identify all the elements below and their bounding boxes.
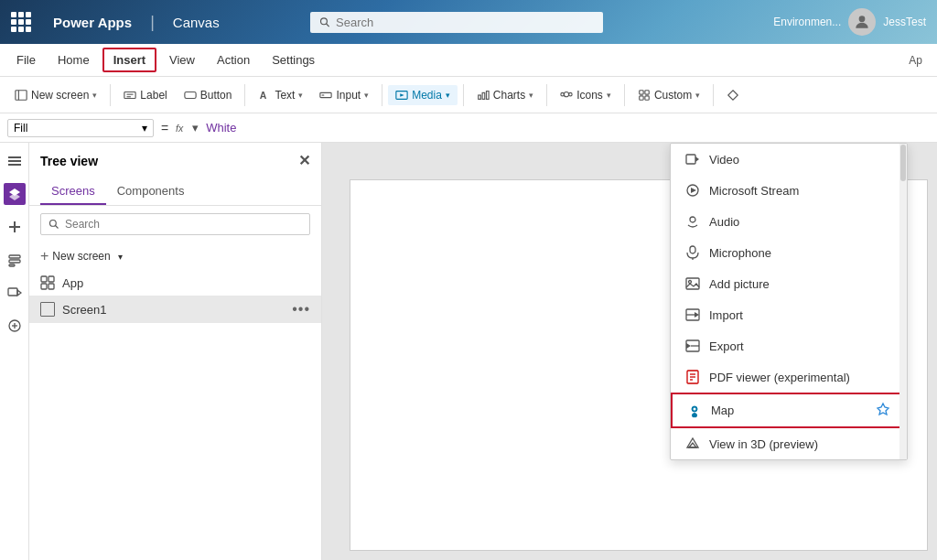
- media-item-3d[interactable]: View in 3D (preview): [671, 428, 907, 459]
- media-button[interactable]: Media ▾: [388, 85, 458, 105]
- svg-rect-27: [8, 164, 21, 166]
- video-icon: [685, 152, 700, 167]
- tree-header: Tree view ✕: [29, 143, 321, 178]
- menu-action[interactable]: Action: [208, 49, 259, 70]
- menu-insert[interactable]: Insert: [102, 48, 156, 72]
- svg-marker-57: [695, 312, 699, 318]
- svg-rect-20: [640, 90, 643, 93]
- media-item-stream[interactable]: Microsoft Stream: [671, 175, 907, 206]
- sidebar-hamburger[interactable]: [4, 150, 26, 172]
- svg-point-18: [561, 92, 565, 96]
- media-item-video[interactable]: Video: [671, 144, 907, 175]
- new-screen-button[interactable]: New screen ▾: [7, 85, 104, 105]
- app-grid-icon[interactable]: [11, 12, 31, 32]
- svg-rect-53: [686, 278, 699, 289]
- tab-components[interactable]: Components: [106, 178, 196, 205]
- text-button[interactable]: A Text ▾: [251, 85, 310, 105]
- tree-item-screen1[interactable]: Screen1 •••: [29, 296, 321, 323]
- media-item-map[interactable]: Map: [671, 393, 907, 428]
- input-icon: [319, 89, 332, 102]
- svg-line-1: [327, 24, 329, 27]
- menu-home[interactable]: Home: [48, 49, 99, 70]
- label-icon: [124, 89, 136, 102]
- dropdown-scrollbar[interactable]: [899, 144, 907, 459]
- user-avatar[interactable]: [848, 8, 876, 36]
- sidebar-icons: [0, 143, 29, 560]
- svg-marker-49: [691, 188, 696, 193]
- import-icon: [685, 307, 700, 322]
- svg-rect-35: [8, 288, 17, 296]
- separator-2: [244, 84, 245, 106]
- media-item-export[interactable]: Export: [671, 330, 907, 361]
- svg-rect-15: [482, 92, 485, 99]
- tree-search-input[interactable]: [65, 218, 302, 231]
- sidebar-variables[interactable]: [4, 315, 26, 337]
- svg-marker-36: [17, 290, 21, 296]
- tree-item-app[interactable]: App: [29, 270, 321, 296]
- property-name: Fill: [14, 122, 27, 135]
- charts-icon: [477, 89, 490, 102]
- media-item-pdf[interactable]: PDF viewer (experimental): [671, 361, 907, 393]
- svg-rect-34: [9, 264, 15, 266]
- menu-settings[interactable]: Settings: [263, 49, 324, 70]
- svg-marker-60: [686, 343, 691, 349]
- svg-point-54: [689, 281, 692, 284]
- app-type: Canvas: [173, 15, 220, 30]
- tree-title: Tree view: [40, 154, 98, 168]
- menu-view[interactable]: View: [160, 49, 204, 70]
- map-premium-icon: [876, 402, 890, 419]
- menu-right-label: Ap: [901, 50, 930, 70]
- tab-screens[interactable]: Screens: [40, 178, 106, 205]
- app-separator: |: [150, 13, 155, 32]
- app-label: App: [62, 276, 83, 290]
- label-button[interactable]: Label: [116, 85, 174, 105]
- button-button[interactable]: Button: [177, 85, 240, 105]
- svg-rect-31: [9, 226, 20, 228]
- svg-point-67: [694, 407, 696, 410]
- formula-value: White: [206, 121, 236, 135]
- svg-rect-46: [686, 155, 695, 164]
- custom-button[interactable]: Custom ▾: [630, 85, 707, 105]
- input-button[interactable]: Input ▾: [312, 85, 376, 105]
- svg-text:fx: fx: [176, 123, 184, 134]
- svg-point-40: [50, 221, 57, 227]
- media-item-import[interactable]: Import: [671, 299, 907, 330]
- svg-rect-8: [185, 92, 196, 98]
- svg-rect-23: [645, 95, 649, 99]
- media-item-audio[interactable]: Audio: [671, 206, 907, 237]
- tree-search-box[interactable]: [40, 213, 310, 235]
- sidebar-data[interactable]: [4, 249, 26, 271]
- separator-5: [546, 84, 547, 106]
- property-dropdown[interactable]: Fill ▾: [7, 119, 154, 137]
- menu-bar: File Home Insert View Action Settings Ap: [0, 44, 937, 77]
- pdf-icon: [685, 370, 700, 384]
- global-search-input[interactable]: [336, 16, 594, 29]
- charts-button[interactable]: Charts ▾: [469, 85, 541, 105]
- scrollbar-thumb: [900, 145, 906, 181]
- menu-file[interactable]: File: [7, 49, 45, 70]
- svg-point-19: [569, 92, 573, 96]
- formula-bar: Fill ▾ = fx ▾ White: [0, 113, 937, 143]
- equals-sign: =: [161, 121, 168, 135]
- svg-rect-32: [9, 255, 20, 258]
- screen-more-button[interactable]: •••: [292, 301, 310, 318]
- new-screen-tree-button[interactable]: + New screen ▾: [29, 242, 321, 270]
- sidebar-add[interactable]: [4, 216, 26, 238]
- tree-close[interactable]: ✕: [298, 152, 310, 169]
- more-button[interactable]: [719, 85, 747, 105]
- icons-button[interactable]: Icons ▾: [553, 85, 619, 105]
- button-icon: [184, 89, 197, 102]
- sidebar-layers[interactable]: [4, 183, 26, 205]
- title-bar: Power Apps | Canvas Environmen... JessTe…: [0, 0, 937, 44]
- media-item-picture[interactable]: Add picture: [671, 268, 907, 299]
- media-item-microphone[interactable]: Microphone: [671, 237, 907, 268]
- component-icon: [727, 89, 739, 102]
- global-search-box[interactable]: [310, 12, 603, 33]
- svg-rect-33: [9, 260, 20, 263]
- sidebar-media[interactable]: [4, 282, 26, 304]
- custom-icon: [638, 89, 651, 102]
- separator-7: [713, 84, 714, 106]
- export-icon: [685, 339, 700, 353]
- tree-search-icon: [48, 219, 59, 230]
- app-name: Power Apps: [53, 15, 132, 30]
